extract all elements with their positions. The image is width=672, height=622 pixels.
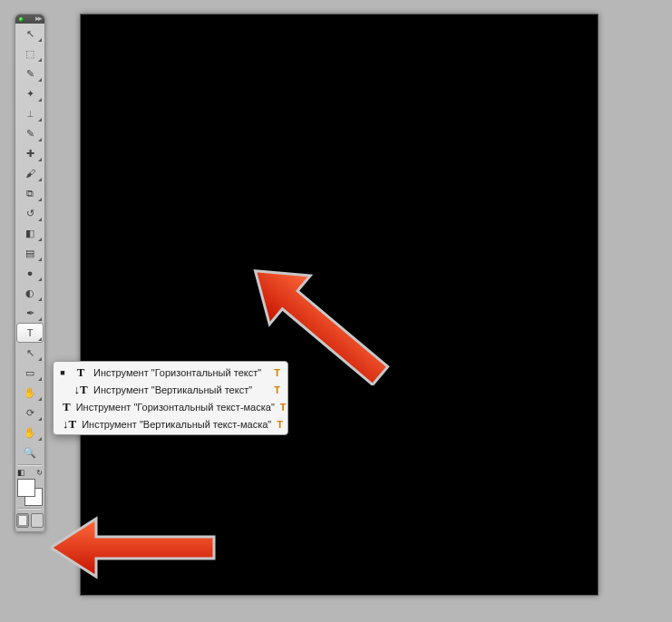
zoom-tool[interactable]: 🔍 bbox=[16, 442, 44, 462]
type-tool-icon: T bbox=[73, 365, 88, 380]
flyout-indicator-icon bbox=[38, 337, 42, 341]
hand-tool[interactable]: ✋ bbox=[16, 423, 44, 442]
flyout-indicator-icon bbox=[38, 138, 42, 141]
flyout-indicator-icon bbox=[38, 238, 42, 241]
type-tool-icon: ↓T bbox=[73, 383, 88, 397]
flyout-indicator-icon bbox=[38, 118, 42, 121]
swatch-controls[interactable]: ◧↺ bbox=[17, 468, 43, 477]
standard-mode-button[interactable] bbox=[16, 513, 29, 528]
blur-tool[interactable]: ● bbox=[16, 263, 44, 283]
panel-grip[interactable] bbox=[15, 15, 44, 24]
hand-3d-tool[interactable]: ✋ bbox=[16, 383, 44, 403]
flyout-indicator-icon bbox=[38, 258, 42, 261]
tools-panel: ↖⬚✎✦⟂✎✚🖌⧉↺◧▤●◐✒T↖▭✋⟳✋🔍 ◧↺ bbox=[15, 14, 45, 532]
flyout-indicator-icon bbox=[38, 357, 42, 361]
type-tool-icon: ↓T bbox=[63, 417, 76, 432]
flyout-indicator-icon bbox=[38, 397, 42, 401]
flyout-indicator-icon bbox=[38, 277, 42, 281]
flyout-indicator-icon bbox=[38, 437, 42, 441]
color-swatches[interactable] bbox=[17, 479, 43, 506]
flyout-indicator-icon bbox=[38, 218, 42, 221]
flyout-indicator-icon bbox=[38, 38, 42, 42]
flyout-indicator-icon bbox=[38, 78, 42, 82]
separator bbox=[18, 508, 42, 510]
brush-tool[interactable]: 🖌 bbox=[16, 163, 44, 183]
annotation-arrow-top bbox=[236, 249, 417, 385]
type-tool[interactable]: T bbox=[16, 323, 44, 343]
flyout-indicator-icon bbox=[38, 297, 42, 301]
flyout-item-shortcut: T bbox=[274, 384, 280, 395]
fullscreen-mode-button[interactable] bbox=[31, 513, 44, 528]
flyout-item-shortcut: T bbox=[277, 419, 283, 430]
flyout-indicator-icon bbox=[38, 317, 42, 321]
flyout-item-label: Инструмент "Вертикальный текст" bbox=[93, 384, 268, 395]
flyout-indicator-icon bbox=[38, 198, 42, 201]
flyout-item[interactable]: TИнструмент "Горизонтальный текст-маска"… bbox=[54, 398, 287, 415]
flyout-indicator-icon bbox=[38, 417, 42, 421]
flyout-indicator-icon bbox=[38, 178, 42, 181]
eyedropper-tool[interactable]: ✎ bbox=[16, 123, 44, 143]
flyout-item-shortcut: T bbox=[280, 402, 287, 413]
history-brush-tool[interactable]: ↺ bbox=[16, 203, 44, 223]
dodge-tool[interactable]: ◐ bbox=[16, 283, 44, 303]
separator bbox=[18, 464, 42, 466]
flyout-indicator-icon bbox=[38, 377, 42, 381]
path-selection-tool[interactable]: ↖ bbox=[16, 343, 44, 363]
shape-tool[interactable]: ▭ bbox=[16, 363, 44, 383]
pen-tool[interactable]: ✒ bbox=[16, 303, 44, 323]
annotation-arrow-bottom bbox=[51, 511, 232, 584]
svg-marker-0 bbox=[236, 249, 401, 385]
crop-tool[interactable]: ⟂ bbox=[16, 103, 44, 123]
eraser-tool[interactable]: ◧ bbox=[16, 223, 44, 243]
marquee-tool[interactable]: ⬚ bbox=[16, 44, 44, 63]
flyout-indicator-icon bbox=[38, 158, 42, 161]
move-tool[interactable]: ↖ bbox=[16, 24, 44, 44]
gradient-tool[interactable]: ▤ bbox=[16, 243, 44, 263]
flyout-indicator-icon bbox=[38, 98, 42, 102]
healing-brush-tool[interactable]: ✚ bbox=[16, 143, 44, 163]
foreground-swatch[interactable] bbox=[17, 479, 35, 497]
magic-wand-tool[interactable]: ✦ bbox=[16, 83, 44, 103]
flyout-item-label: Инструмент "Горизонтальный текст-маска" bbox=[76, 402, 275, 413]
flyout-item[interactable]: ↓TИнструмент "Вертикальный текст-маска"T bbox=[54, 415, 287, 432]
flyout-indicator-icon bbox=[38, 58, 42, 62]
active-indicator-icon: ■ bbox=[57, 368, 68, 377]
flyout-item-label: Инструмент "Вертикальный текст-маска" bbox=[82, 419, 271, 430]
camera-3d-tool[interactable]: ⟳ bbox=[16, 403, 44, 423]
screen-mode bbox=[15, 513, 44, 528]
clone-stamp-tool[interactable]: ⧉ bbox=[16, 183, 44, 203]
lasso-tool[interactable]: ✎ bbox=[16, 63, 44, 83]
type-tool-icon: T bbox=[63, 400, 71, 414]
svg-marker-1 bbox=[51, 519, 214, 577]
